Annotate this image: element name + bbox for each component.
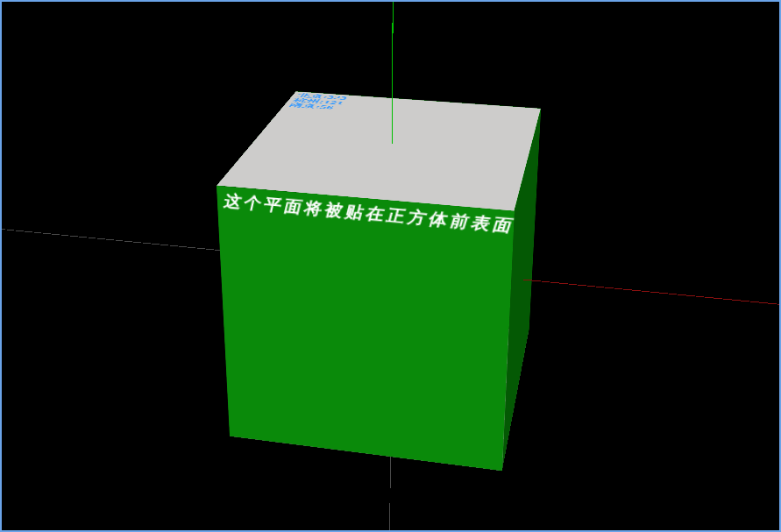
cube[interactable]: 北京:323 杭州:121 南京:56 这个平面将被贴在正方体前表面 (259, 133, 529, 394)
viewport-3d[interactable]: 北京:323 杭州:121 南京:56 这个平面将被贴在正方体前表面 (0, 0, 781, 532)
cube-face-front: 这个平面将被贴在正方体前表面 (216, 185, 514, 471)
city-value: 56 (318, 104, 335, 110)
city-data-overlay: 北京:323 杭州:121 南京:56 (288, 92, 348, 110)
